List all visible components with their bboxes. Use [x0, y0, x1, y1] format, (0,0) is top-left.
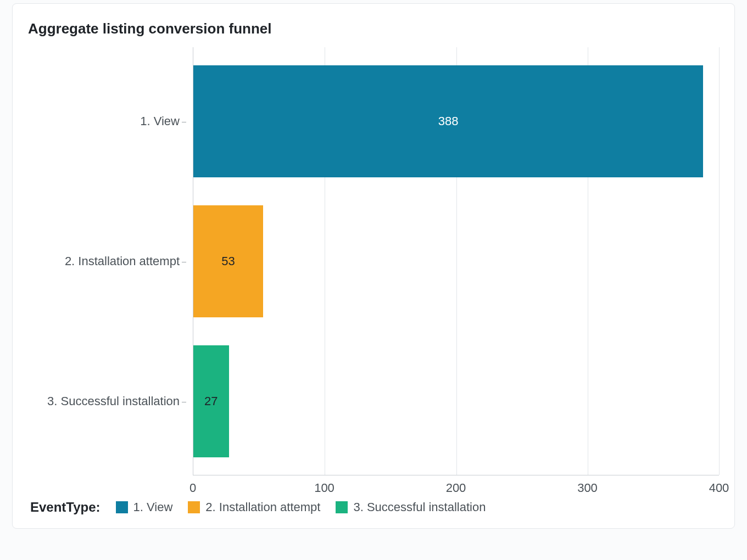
bar-value-label: 27: [204, 394, 218, 408]
bar-value-label: 388: [438, 114, 459, 128]
legend-swatch: [116, 501, 128, 513]
x-tick: 0: [189, 481, 196, 495]
legend-item-label: 3. Successful installation: [353, 500, 486, 514]
y-label-view: 1. View: [140, 114, 186, 128]
plot-area: 388 53 27: [193, 47, 719, 475]
bar-installation-attempt: 53: [193, 205, 263, 317]
chart-title: Aggregate listing conversion funnel: [28, 20, 719, 37]
legend-item-view[interactable]: 1. View: [116, 500, 173, 514]
x-tick: 200: [446, 481, 466, 495]
bar-view: 388: [193, 65, 703, 177]
y-label-text: 1. View: [140, 114, 180, 128]
legend-item-successful-installation[interactable]: 3. Successful installation: [336, 500, 486, 514]
chart-zone: 1. View 2. Installation attempt 3. Succe…: [28, 47, 719, 518]
y-label-successful-install: 3. Successful installation: [47, 394, 186, 408]
x-axis: 0 100 200 300 400: [28, 475, 719, 497]
y-axis-labels: 1. View 2. Installation attempt 3. Succe…: [28, 47, 193, 475]
legend-swatch: [188, 501, 200, 513]
x-axis-ticks: 0 100 200 300 400: [193, 475, 719, 497]
bar-successful-installation: 27: [193, 345, 229, 457]
legend-item-installation-attempt[interactable]: 2. Installation attempt: [188, 500, 320, 514]
legend: EventType: 1. View 2. Installation attem…: [28, 500, 719, 518]
grid-line: [719, 47, 720, 475]
y-label-text: 3. Successful installation: [47, 394, 180, 408]
y-label-text: 2. Installation attempt: [65, 254, 180, 268]
x-tick: 100: [314, 481, 335, 495]
x-tick: 400: [709, 481, 729, 495]
legend-item-label: 1. View: [133, 500, 173, 514]
chart-body: 1. View 2. Installation attempt 3. Succe…: [28, 47, 719, 475]
x-tick: 300: [577, 481, 598, 495]
legend-item-label: 2. Installation attempt: [205, 500, 320, 514]
legend-title: EventType:: [30, 500, 101, 515]
chart-card: Aggregate listing conversion funnel 1. V…: [12, 3, 735, 529]
legend-swatch: [336, 501, 348, 513]
y-label-install-attempt: 2. Installation attempt: [65, 254, 186, 268]
bar-value-label: 53: [221, 254, 235, 268]
